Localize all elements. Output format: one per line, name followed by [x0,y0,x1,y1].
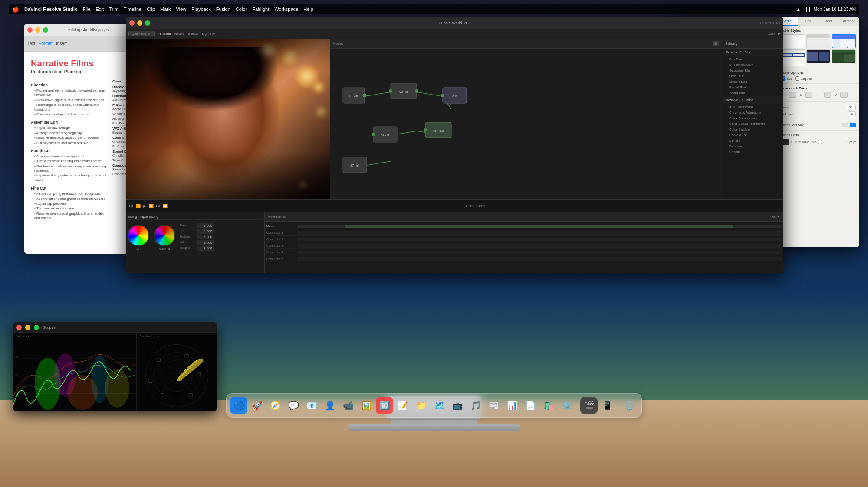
menu-help[interactable]: Help [303,7,313,12]
rotate-value[interactable]: 5.000 [197,235,214,239]
lib-denoise[interactable]: Denoise [723,144,783,149]
fx-color-label[interactable]: Resolve FX Color [723,96,783,104]
menu-fairlight[interactable]: Fairlight [252,7,269,12]
lib-despill[interactable]: Despill [723,149,783,155]
menu-edit[interactable]: Edit [95,7,104,12]
lib-context[interactable]: Context Top [723,132,783,138]
style-4[interactable] [781,49,805,63]
lib-dir-blur[interactable]: Directional Blur [723,62,783,68]
lib-deflate[interactable]: Deflate [723,138,783,144]
connector1-timeline[interactable] [297,231,782,235]
tab-arrange[interactable]: Arrange [839,17,859,26]
lib-gauss-blur[interactable]: Gaussian Blur [723,68,783,73]
dock-syspreferences[interactable]: ⚙️ [558,397,575,414]
go-end-btn[interactable]: ⏭ [156,204,160,208]
apple-menu[interactable]: 🍎 [12,6,19,13]
dock-music[interactable]: 🎵 [467,397,484,414]
lift-wheel[interactable] [128,225,149,246]
tab-timeline[interactable]: Timeline [158,32,171,36]
menu-mark[interactable]: Mark [160,7,171,12]
connector5-timeline[interactable] [297,257,782,261]
lib-color-comp[interactable]: Color Compressor [723,115,783,121]
dock-trash[interactable]: 🗑️ [621,397,638,414]
rows-value[interactable]: 51 [846,105,856,110]
footer-dec-btn[interactable]: − [824,92,832,98]
width-value[interactable]: 1.000 [197,240,214,245]
footer-inc-btn[interactable]: + [840,92,848,98]
app-name[interactable]: DaVinci Resolve Studio [24,7,78,12]
lib-ace[interactable]: ACE Transform [723,104,783,110]
tab-effects[interactable]: Effects [188,32,198,36]
menu-playback[interactable]: Playback [191,7,211,12]
dock-messages[interactable]: 💬 [285,397,302,414]
clip-controls[interactable]: ▶ [778,32,781,36]
tfs-dec-btn[interactable]: − [842,123,848,127]
lib-lens-blur[interactable]: Lens Blur [723,73,783,79]
height-value[interactable]: 1.000 [197,246,214,251]
lib-mosaic-blur[interactable]: Mosaic Blur [723,79,783,85]
style-simple[interactable] [806,34,831,48]
caption-checkbox[interactable] [795,76,799,81]
master-timeline[interactable] [297,225,782,228]
menu-workspace[interactable]: Workspace [274,7,298,12]
dock-news[interactable]: 📰 [485,397,503,414]
scopes-close[interactable] [16,325,22,330]
fx-blur-label[interactable]: Resolve FX Blur [723,49,783,56]
dock-pages[interactable]: 📄 [522,397,539,414]
lib-color-sat[interactable]: Color Satilizer [723,127,783,132]
outline-checkbox[interactable] [818,140,822,144]
minimize-button[interactable] [35,27,40,33]
headers-dec-btn[interactable]: − [789,92,796,98]
step-back-btn[interactable]: ⏪ [136,204,141,208]
dock-mail[interactable]: 📧 [303,397,320,414]
menu-color[interactable]: Color [236,7,247,12]
tab-cell[interactable]: Cell [798,17,818,26]
connector2-timeline[interactable] [297,238,782,241]
style-6[interactable] [832,49,856,63]
menu-timeline[interactable]: Timeline [124,7,141,12]
dock-notes[interactable]: 📝 [394,397,411,414]
gamma-wheel[interactable] [154,225,175,246]
pan-value[interactable]: 5.000 [197,223,214,228]
menu-clip[interactable]: Clip [147,7,155,12]
format-button[interactable]: Format [39,41,53,46]
insert-button[interactable]: Insert [56,41,67,46]
headers-inc-btn[interactable]: + [805,92,812,98]
dock-launchpad[interactable]: 🚀 [248,397,266,414]
tilt-value[interactable]: 5.000 [197,229,214,234]
menu-file[interactable]: File [83,7,91,12]
tfs-inc-btn[interactable]: + [850,123,856,127]
tab-nodes[interactable]: Nodes [174,32,184,36]
step-fwd-btn[interactable]: ⏩ [149,204,154,208]
resolve-close[interactable] [129,20,135,26]
tab-lightbox[interactable]: LightBox [202,32,215,36]
close-button[interactable] [27,27,33,33]
dock-appletv[interactable]: 📺 [449,397,466,414]
caption-option[interactable]: Caption [795,76,812,81]
play-btn[interactable]: ▶ [143,204,146,208]
tab-text[interactable]: Text [819,17,839,26]
dock-contacts[interactable]: 👤 [321,397,339,414]
dock-davinci[interactable]: 🎬 [580,397,598,414]
loop-btn[interactable]: 🔁 [163,204,168,208]
dock-maps[interactable]: 🗺️ [431,397,448,414]
dock-photos[interactable]: 🖼️ [358,397,375,414]
all-btn[interactable]: All ▼ [772,215,780,219]
menu-fusion[interactable]: Fusion [216,7,230,12]
dock-appstore[interactable]: 🛍️ [540,397,557,414]
quick-export-btn[interactable]: Quick Export [128,31,155,36]
node-view-btn[interactable]: ⊞ [713,41,719,46]
dock-iphone-mirror[interactable]: 📱 [598,397,616,414]
lib-chroma[interactable]: Chromatic Adaptation [723,110,783,115]
dock-facetime[interactable]: 📹 [339,397,357,414]
style-blank[interactable] [781,34,805,48]
lib-color-space[interactable]: Color Space Transform [723,121,783,127]
resolve-minimize[interactable] [137,20,142,26]
connector4-timeline[interactable] [297,251,782,254]
dock-finder[interactable]: 🔵 [230,397,247,414]
connector3-timeline[interactable] [297,244,782,248]
dock-safari[interactable]: 🧭 [266,397,284,414]
lib-box-blur[interactable]: Box Blur [723,56,783,62]
scopes-minimize[interactable] [25,325,30,330]
lib-zoom-blur[interactable]: Zoom Blur [723,90,783,96]
